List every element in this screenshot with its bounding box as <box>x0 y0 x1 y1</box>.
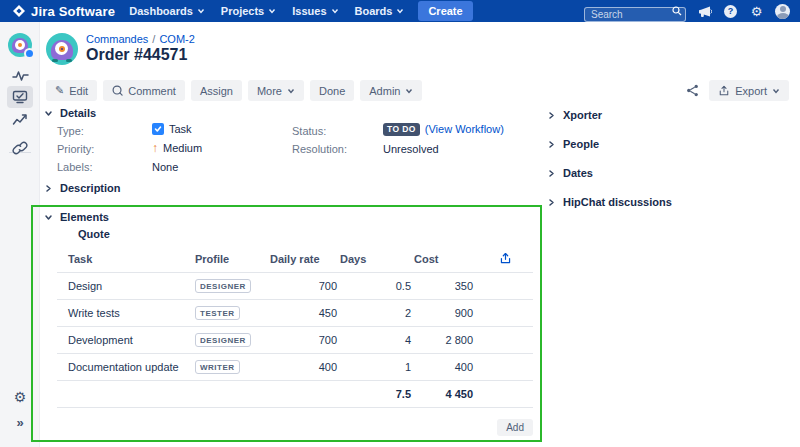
profile-badge: DESIGNER <box>195 279 251 293</box>
cell-empty <box>57 380 185 407</box>
elements-section-header[interactable]: Elements <box>44 211 109 223</box>
kanban-board-icon <box>12 89 28 105</box>
admin-button[interactable]: Admin <box>360 80 422 101</box>
project-avatar[interactable] <box>46 33 78 65</box>
hipchat-title: HipChat discussions <box>563 196 672 208</box>
chevron-down-icon <box>331 7 339 15</box>
activity-pulse-icon <box>12 68 29 84</box>
nav-dashboards-label: Dashboards <box>129 5 193 17</box>
table-export-button[interactable] <box>499 252 512 265</box>
quote-table-header-row: Task Profile Daily rate Days Cost <box>57 246 533 272</box>
feedback-megaphone-icon[interactable] <box>697 4 712 19</box>
nav-dashboards[interactable]: Dashboards <box>129 5 205 17</box>
profile-badge: WRITER <box>195 360 240 374</box>
cell-empty <box>478 299 533 326</box>
nav-boards[interactable]: Boards <box>355 5 405 17</box>
sidebar-item-shortcuts[interactable] <box>0 140 40 156</box>
quote-table-footer: Add <box>57 419 533 436</box>
export-button[interactable]: Export <box>709 80 789 101</box>
user-avatar[interactable] <box>775 4 790 19</box>
add-element-button[interactable]: Add <box>497 419 533 436</box>
nav-projects[interactable]: Projects <box>221 5 276 17</box>
breadcrumb: Commandes / COM-2 <box>86 33 195 45</box>
settings-gear-icon[interactable]: ⚙ <box>749 4 764 19</box>
dates-section-header[interactable]: Dates <box>547 167 593 179</box>
cell-days: 1 <box>340 353 414 380</box>
people-section-header[interactable]: People <box>547 138 599 150</box>
chevron-right-icon <box>547 198 556 207</box>
jira-issue-screen: Jira Software Dashboards Projects Issues… <box>0 0 800 447</box>
share-icon <box>686 84 699 97</box>
sidebar-item-backlog[interactable] <box>0 68 40 84</box>
chevron-down-icon <box>396 7 404 15</box>
comment-bubble-icon <box>112 85 123 96</box>
totals-row: 7.5 4 450 <box>57 380 533 407</box>
table-row[interactable]: Write tests TESTER 450 2 900 <box>57 299 533 326</box>
people-title: People <box>563 138 599 150</box>
upload-export-icon <box>499 252 512 265</box>
table-row[interactable]: Development DESIGNER 700 4 2 800 <box>57 326 533 353</box>
cell-profile: WRITER <box>185 353 270 380</box>
details-section-header[interactable]: Details <box>44 107 96 119</box>
chevron-right-icon <box>547 140 556 149</box>
cell-profile: DESIGNER <box>185 326 270 353</box>
sidebar-settings[interactable]: ⚙ <box>0 390 40 404</box>
table-row[interactable]: Design DESIGNER 700 0.5 350 <box>57 272 533 299</box>
view-workflow-link[interactable]: (View Workflow) <box>425 123 504 135</box>
breadcrumb-separator: / <box>152 33 155 45</box>
priority-label: Priority: <box>57 143 94 155</box>
comment-button[interactable]: Comment <box>103 80 185 101</box>
breadcrumb-issue-link[interactable]: COM-2 <box>159 33 194 45</box>
share-button[interactable] <box>686 84 699 97</box>
main-nav: Dashboards Projects Issues Boards <box>129 5 404 17</box>
project-sidebar: ⚙ » <box>0 22 40 447</box>
description-section-header[interactable]: Description <box>44 182 121 194</box>
priority-value: ↑ Medium <box>152 141 202 155</box>
pencil-icon: ✎ <box>55 85 64 96</box>
quote-heading: Quote <box>78 228 110 240</box>
cell-cost: 400 <box>414 353 478 380</box>
reports-chart-icon <box>12 112 28 126</box>
cell-daily-rate: 700 <box>270 326 340 353</box>
cell-profile: DESIGNER <box>185 272 270 299</box>
status-value: TO DO (View Workflow) <box>383 123 504 136</box>
edit-button[interactable]: ✎ Edit <box>46 80 97 101</box>
quote-table: Task Profile Daily rate Days Cost Design… <box>57 246 533 408</box>
breadcrumb-project-link[interactable]: Commandes <box>86 33 148 45</box>
type-value: Task <box>152 123 192 135</box>
chevron-down-icon <box>44 109 53 118</box>
nav-issues[interactable]: Issues <box>292 5 338 17</box>
labels-value: None <box>152 161 178 173</box>
type-value-text: Task <box>169 123 192 135</box>
help-icon[interactable]: ? <box>723 4 738 19</box>
jira-logo-home-link[interactable]: Jira Software <box>13 4 115 19</box>
cell-daily-rate: 450 <box>270 299 340 326</box>
col-cost: Cost <box>414 246 478 272</box>
link-chain-icon <box>12 140 28 156</box>
issue-view: Commandes / COM-2 Order #44571 ✎ Edit Co… <box>40 22 800 447</box>
page-title: Order #44571 <box>86 46 187 64</box>
col-profile: Profile <box>185 246 270 272</box>
sidebar-expand[interactable]: » <box>0 416 40 429</box>
comment-label: Comment <box>128 85 176 97</box>
create-button[interactable]: Create <box>418 1 472 21</box>
project-avatar-small[interactable] <box>0 33 40 57</box>
total-days: 7.5 <box>340 380 414 407</box>
done-transition-button[interactable]: Done <box>310 80 354 101</box>
more-button[interactable]: More <box>248 80 304 101</box>
sidebar-item-reports[interactable] <box>0 112 40 126</box>
cell-cost: 350 <box>414 272 478 299</box>
search-input[interactable] <box>584 7 686 22</box>
double-chevron-right-icon: » <box>16 416 23 429</box>
nav-projects-label: Projects <box>221 5 264 17</box>
chevron-down-icon <box>772 87 780 95</box>
assign-button[interactable]: Assign <box>191 80 242 101</box>
xporter-section-header[interactable]: Xporter <box>547 109 602 121</box>
sidebar-item-active-board[interactable] <box>7 86 33 108</box>
search-icon[interactable] <box>672 6 682 16</box>
table-row[interactable]: Documentation update WRITER 400 1 400 <box>57 353 533 380</box>
cell-profile: TESTER <box>185 299 270 326</box>
chevron-right-icon <box>547 169 556 178</box>
hipchat-section-header[interactable]: HipChat discussions <box>547 196 672 208</box>
cell-empty <box>478 353 533 380</box>
